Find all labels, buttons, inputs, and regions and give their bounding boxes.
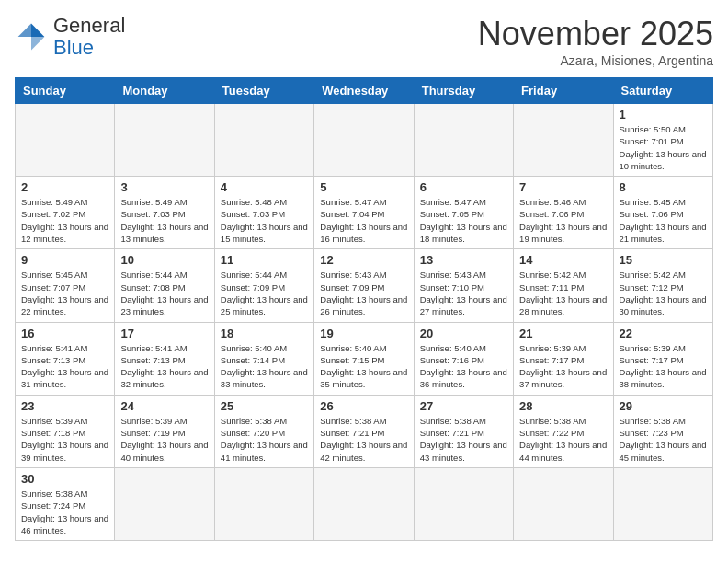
- day-number: 9: [21, 253, 108, 267]
- calendar-cell: 3Sunrise: 5:49 AM Sunset: 7:03 PM Daylig…: [115, 177, 214, 249]
- day-header-saturday: Saturday: [613, 78, 712, 104]
- day-number: 20: [420, 327, 507, 340]
- day-header-friday: Friday: [514, 78, 613, 104]
- day-info: Sunrise: 5:39 AM Sunset: 7:18 PM Dayligh…: [21, 415, 108, 464]
- calendar-cell: 1Sunrise: 5:50 AM Sunset: 7:01 PM Daylig…: [613, 104, 712, 177]
- calendar-cell: [514, 104, 613, 177]
- day-number: 13: [420, 253, 507, 267]
- day-number: 28: [519, 399, 607, 413]
- calendar-cell: 27Sunrise: 5:38 AM Sunset: 7:21 PM Dayli…: [414, 395, 513, 467]
- calendar-cell: [414, 104, 513, 177]
- calendar-cell: [115, 104, 214, 177]
- calendar-cell: 8Sunrise: 5:45 AM Sunset: 7:06 PM Daylig…: [613, 177, 712, 249]
- logo-icon: [15, 20, 48, 53]
- calendar-cell: 28Sunrise: 5:38 AM Sunset: 7:22 PM Dayli…: [514, 395, 613, 467]
- calendar-cell: [214, 467, 313, 540]
- day-info: Sunrise: 5:49 AM Sunset: 7:02 PM Dayligh…: [21, 196, 108, 245]
- week-row-1: 1Sunrise: 5:50 AM Sunset: 7:01 PM Daylig…: [16, 104, 713, 177]
- title-block: November 2025 Azara, Misiones, Argentina: [478, 15, 713, 68]
- calendar-cell: 21Sunrise: 5:39 AM Sunset: 7:17 PM Dayli…: [514, 322, 613, 395]
- calendar-cell: 26Sunrise: 5:38 AM Sunset: 7:21 PM Dayli…: [314, 395, 414, 467]
- day-number: 27: [420, 399, 507, 413]
- calendar-cell: [115, 467, 214, 540]
- calendar-cell: 20Sunrise: 5:40 AM Sunset: 7:16 PM Dayli…: [414, 322, 513, 395]
- day-info: Sunrise: 5:44 AM Sunset: 7:09 PM Dayligh…: [221, 269, 308, 317]
- day-info: Sunrise: 5:39 AM Sunset: 7:17 PM Dayligh…: [620, 342, 707, 391]
- day-number: 26: [320, 399, 407, 413]
- calendar-cell: [314, 467, 414, 540]
- logo: GeneralBlue: [15, 15, 125, 59]
- day-number: 19: [320, 327, 407, 340]
- calendar-table: SundayMondayTuesdayWednesdayThursdayFrid…: [15, 77, 713, 541]
- day-info: Sunrise: 5:40 AM Sunset: 7:16 PM Dayligh…: [420, 342, 507, 391]
- day-info: Sunrise: 5:41 AM Sunset: 7:13 PM Dayligh…: [21, 342, 108, 391]
- week-row-6: 30Sunrise: 5:38 AM Sunset: 7:24 PM Dayli…: [16, 467, 713, 540]
- day-number: 8: [620, 180, 707, 194]
- day-header-thursday: Thursday: [414, 78, 513, 104]
- week-row-5: 23Sunrise: 5:39 AM Sunset: 7:18 PM Dayli…: [16, 395, 713, 467]
- day-number: 6: [420, 180, 507, 194]
- day-info: Sunrise: 5:39 AM Sunset: 7:17 PM Dayligh…: [519, 342, 607, 391]
- calendar-cell: 25Sunrise: 5:38 AM Sunset: 7:20 PM Dayli…: [214, 395, 313, 467]
- month-title: November 2025: [478, 15, 713, 53]
- day-info: Sunrise: 5:40 AM Sunset: 7:15 PM Dayligh…: [320, 342, 407, 391]
- day-info: Sunrise: 5:47 AM Sunset: 7:04 PM Dayligh…: [320, 196, 407, 245]
- day-number: 10: [120, 253, 208, 267]
- day-number: 3: [120, 180, 208, 194]
- day-number: 29: [620, 399, 707, 413]
- day-info: Sunrise: 5:49 AM Sunset: 7:03 PM Dayligh…: [120, 196, 208, 245]
- calendar-cell: 30Sunrise: 5:38 AM Sunset: 7:24 PM Dayli…: [16, 467, 115, 540]
- day-info: Sunrise: 5:43 AM Sunset: 7:09 PM Dayligh…: [320, 269, 407, 317]
- calendar-cell: 4Sunrise: 5:48 AM Sunset: 7:03 PM Daylig…: [214, 177, 313, 249]
- week-row-3: 9Sunrise: 5:45 AM Sunset: 7:07 PM Daylig…: [16, 249, 713, 322]
- day-number: 30: [21, 472, 108, 486]
- calendar-cell: 23Sunrise: 5:39 AM Sunset: 7:18 PM Dayli…: [16, 395, 115, 467]
- day-header-sunday: Sunday: [16, 78, 115, 104]
- calendar-header-row: SundayMondayTuesdayWednesdayThursdayFrid…: [16, 78, 713, 104]
- day-number: 11: [221, 253, 308, 267]
- calendar-cell: [214, 104, 313, 177]
- day-info: Sunrise: 5:39 AM Sunset: 7:19 PM Dayligh…: [120, 415, 208, 464]
- calendar-cell: 2Sunrise: 5:49 AM Sunset: 7:02 PM Daylig…: [16, 177, 115, 249]
- day-header-tuesday: Tuesday: [214, 78, 313, 104]
- day-number: 4: [221, 180, 308, 194]
- day-info: Sunrise: 5:38 AM Sunset: 7:21 PM Dayligh…: [320, 415, 407, 464]
- day-info: Sunrise: 5:45 AM Sunset: 7:06 PM Dayligh…: [620, 196, 707, 245]
- day-number: 2: [21, 180, 108, 194]
- day-number: 23: [21, 399, 108, 413]
- calendar-cell: [514, 467, 613, 540]
- day-info: Sunrise: 5:42 AM Sunset: 7:12 PM Dayligh…: [620, 269, 707, 317]
- calendar-cell: [16, 104, 115, 177]
- svg-marker-0: [31, 24, 44, 37]
- day-info: Sunrise: 5:42 AM Sunset: 7:11 PM Dayligh…: [519, 269, 607, 317]
- calendar-cell: 29Sunrise: 5:38 AM Sunset: 7:23 PM Dayli…: [613, 395, 712, 467]
- calendar-cell: [414, 467, 513, 540]
- calendar-cell: 12Sunrise: 5:43 AM Sunset: 7:09 PM Dayli…: [314, 249, 414, 322]
- calendar-cell: 14Sunrise: 5:42 AM Sunset: 7:11 PM Dayli…: [514, 249, 613, 322]
- calendar-cell: 7Sunrise: 5:46 AM Sunset: 7:06 PM Daylig…: [514, 177, 613, 249]
- calendar-cell: 16Sunrise: 5:41 AM Sunset: 7:13 PM Dayli…: [16, 322, 115, 395]
- day-info: Sunrise: 5:38 AM Sunset: 7:21 PM Dayligh…: [420, 415, 507, 464]
- day-info: Sunrise: 5:38 AM Sunset: 7:24 PM Dayligh…: [21, 488, 108, 536]
- day-info: Sunrise: 5:41 AM Sunset: 7:13 PM Dayligh…: [120, 342, 208, 391]
- day-info: Sunrise: 5:46 AM Sunset: 7:06 PM Dayligh…: [519, 196, 607, 245]
- location-subtitle: Azara, Misiones, Argentina: [478, 53, 713, 68]
- day-number: 18: [221, 327, 308, 340]
- calendar-cell: 9Sunrise: 5:45 AM Sunset: 7:07 PM Daylig…: [16, 249, 115, 322]
- calendar-cell: 24Sunrise: 5:39 AM Sunset: 7:19 PM Dayli…: [115, 395, 214, 467]
- day-number: 17: [120, 327, 208, 340]
- calendar-cell: 22Sunrise: 5:39 AM Sunset: 7:17 PM Dayli…: [613, 322, 712, 395]
- calendar-cell: 15Sunrise: 5:42 AM Sunset: 7:12 PM Dayli…: [613, 249, 712, 322]
- day-info: Sunrise: 5:50 AM Sunset: 7:01 PM Dayligh…: [620, 123, 707, 172]
- calendar-cell: 6Sunrise: 5:47 AM Sunset: 7:05 PM Daylig…: [414, 177, 513, 249]
- day-info: Sunrise: 5:48 AM Sunset: 7:03 PM Dayligh…: [221, 196, 308, 245]
- day-number: 22: [620, 327, 707, 340]
- calendar-cell: 19Sunrise: 5:40 AM Sunset: 7:15 PM Dayli…: [314, 322, 414, 395]
- day-number: 24: [120, 399, 208, 413]
- day-number: 15: [620, 253, 707, 267]
- calendar-cell: [314, 104, 414, 177]
- day-info: Sunrise: 5:43 AM Sunset: 7:10 PM Dayligh…: [420, 269, 507, 317]
- logo-text: GeneralBlue: [53, 15, 125, 59]
- day-number: 5: [320, 180, 407, 194]
- day-header-wednesday: Wednesday: [314, 78, 414, 104]
